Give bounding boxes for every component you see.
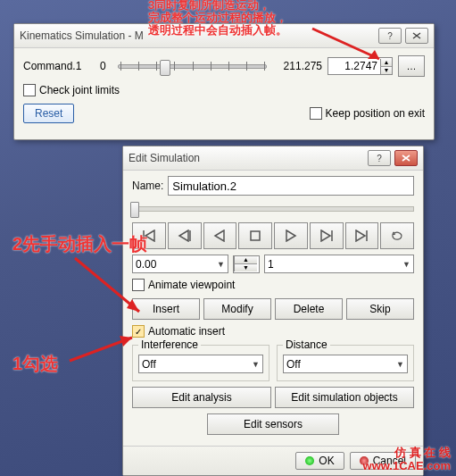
spin-up-icon[interactable]: ▲ — [234, 256, 257, 264]
joint-slider[interactable] — [118, 58, 267, 74]
loop-button[interactable] — [380, 222, 414, 249]
position-spinner[interactable]: ▲▼ — [233, 255, 260, 273]
command-label: Command.1 — [23, 60, 95, 72]
animate-viewpoint-checkbox[interactable]: Animate viewpoint — [132, 279, 414, 291]
help-button[interactable]: ? — [378, 28, 402, 44]
edit-sensors-button[interactable]: Edit sensors — [207, 413, 338, 435]
distance-select[interactable]: Off▼ — [283, 355, 408, 373]
ok-button[interactable]: OK — [295, 452, 344, 470]
stop-button[interactable] — [238, 222, 272, 249]
close-button[interactable] — [405, 28, 428, 44]
distance-legend: Distance — [283, 338, 330, 351]
chevron-down-icon: ▼ — [217, 260, 225, 269]
spin-up-icon[interactable]: ▲ — [380, 59, 392, 67]
goto-end-button[interactable] — [345, 222, 379, 249]
kinematics-dialog: Kinematics Simulation - M ? Command.1 0 … — [13, 23, 435, 140]
val-left: 0 — [100, 60, 112, 72]
goto-start-button[interactable] — [132, 222, 166, 249]
watermark: 仿 真 在 线 www.1CAE.com — [363, 446, 451, 472]
edit-sim-objects-button[interactable]: Edit simulation objects — [275, 387, 414, 408]
value-input[interactable] — [328, 60, 380, 72]
help-button[interactable]: ? — [368, 150, 391, 166]
kinematics-title: Kinematics Simulation - M — [20, 29, 378, 42]
svg-rect-0 — [251, 231, 260, 240]
edit-title: Edit Simulation — [129, 152, 368, 164]
keep-position-label: Keep position on exit — [326, 107, 425, 120]
edit-analysis-button[interactable]: Edit analysis — [132, 387, 271, 408]
play-forward-button[interactable] — [274, 222, 308, 249]
val-right: 211.275 — [272, 60, 322, 72]
distance-value: Off — [286, 358, 301, 371]
spin-down-icon[interactable]: ▼ — [234, 264, 257, 271]
keep-position-checkbox[interactable]: Keep position on exit — [310, 107, 425, 120]
position-value: 0.00 — [136, 258, 156, 271]
skip-button[interactable]: Skip — [346, 298, 414, 320]
step-back-button[interactable] — [168, 222, 202, 249]
step-value: 1 — [268, 258, 274, 271]
distance-group: Distance Off▼ — [277, 345, 414, 381]
interference-select[interactable]: Off▼ — [138, 355, 263, 373]
value-spinner[interactable]: ▲▼ — [327, 57, 393, 75]
ok-led-icon — [305, 456, 314, 465]
animate-label: Animate viewpoint — [148, 279, 235, 291]
name-input[interactable] — [168, 176, 414, 196]
spin-down-icon[interactable]: ▼ — [380, 67, 392, 74]
edit-simulation-dialog: Edit Simulation ? Name: 0.00▼ ▲▼ 1▼ Anim… — [122, 146, 424, 476]
kinematics-titlebar[interactable]: Kinematics Simulation - M ? — [14, 24, 434, 48]
insert-button[interactable]: Insert — [132, 298, 200, 320]
reset-button[interactable]: Reset — [23, 104, 74, 123]
close-button[interactable] — [394, 150, 418, 166]
interference-legend: Interference — [138, 338, 201, 351]
ok-label: OK — [319, 455, 334, 467]
modify-button[interactable]: Modify — [203, 298, 271, 320]
chevron-down-icon: ▼ — [396, 360, 404, 369]
name-label: Name: — [132, 180, 163, 192]
chevron-down-icon: ▼ — [402, 260, 410, 269]
more-button[interactable]: … — [398, 55, 425, 77]
check-joint-label: Check joint limits — [39, 84, 120, 96]
automatic-insert-label: Automatic insert — [148, 325, 225, 338]
edit-titlebar[interactable]: Edit Simulation ? — [123, 146, 423, 171]
delete-button[interactable]: Delete — [275, 298, 343, 320]
step-select[interactable]: 1▼ — [264, 255, 414, 273]
chevron-down-icon: ▼ — [252, 360, 260, 369]
automatic-insert-checkbox[interactable]: ✓Automatic insert — [132, 325, 414, 338]
annotation-check: 1勾选 — [12, 352, 58, 376]
step-forward-button[interactable] — [310, 222, 344, 249]
check-joint-limits[interactable]: Check joint limits — [23, 84, 120, 96]
interference-group: Interference Off▼ — [132, 345, 269, 381]
interference-value: Off — [142, 358, 156, 371]
position-select[interactable]: 0.00▼ — [132, 255, 228, 273]
progress-slider[interactable] — [132, 201, 414, 217]
playback-controls — [132, 222, 414, 249]
play-back-button[interactable] — [203, 222, 237, 249]
